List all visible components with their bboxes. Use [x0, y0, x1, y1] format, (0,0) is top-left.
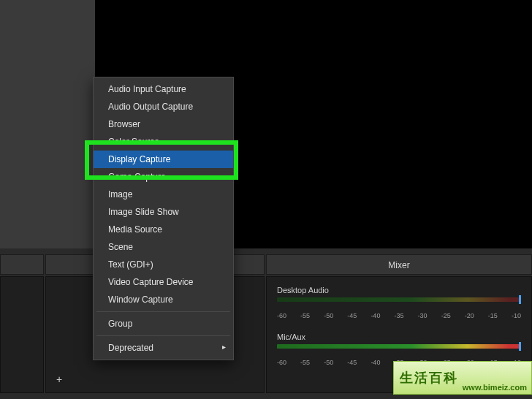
tick: -50 — [324, 312, 333, 319]
menu-item-video-capture-device[interactable]: Video Capture Device — [94, 273, 233, 291]
obs-app-frame: Mixer + Desktop Audio -60 -55 -50 -45 -4… — [0, 0, 532, 399]
watermark-url: www.bimeiz.com — [463, 383, 527, 392]
tick: -60 — [277, 312, 286, 319]
menu-item-image-slide-show[interactable]: Image Slide Show — [94, 203, 233, 221]
mixer-channel: Desktop Audio -60 -55 -50 -45 -40 -35 -3… — [277, 286, 521, 319]
tick: -60 — [277, 359, 286, 366]
tick: -20 — [465, 312, 474, 319]
menu-separator — [96, 335, 230, 336]
menu-item-color-source[interactable]: Color Source — [94, 133, 233, 151]
menu-item-browser[interactable]: Browser — [94, 115, 233, 133]
panel-tab-mixer[interactable]: Mixer — [266, 254, 532, 275]
tick: -35 — [394, 312, 403, 319]
panel-headers: Mixer — [0, 254, 532, 275]
tick: -30 — [418, 312, 428, 319]
menu-separator — [96, 311, 230, 312]
tick: -45 — [347, 312, 357, 319]
tick: -15 — [488, 312, 498, 319]
menu-item-media-source[interactable]: Media Source — [94, 221, 233, 238]
mixer-meter — [277, 297, 521, 302]
add-source-button[interactable]: + — [52, 372, 66, 387]
mixer-meter — [277, 344, 521, 349]
menu-item-window-capture[interactable]: Window Capture — [94, 291, 233, 308]
watermark-text: 生活百科 — [400, 369, 458, 387]
tick: -10 — [512, 312, 521, 319]
menu-item-group[interactable]: Group — [94, 315, 233, 332]
left-gutter — [0, 0, 95, 248]
mixer-track[interactable] — [277, 344, 521, 357]
mixer-fader-handle[interactable] — [519, 295, 521, 304]
tick: -50 — [324, 359, 333, 366]
menu-item-image[interactable]: Image — [94, 186, 233, 203]
tick: -40 — [370, 359, 380, 366]
mixer-channel-label: Desktop Audio — [277, 286, 521, 294]
menu-item-audio-input-capture[interactable]: Audio Input Capture — [94, 80, 233, 98]
mixer-channel-label: Mic/Aux — [277, 332, 521, 341]
mixer-ticks: -60 -55 -50 -45 -40 -35 -30 -25 -20 -15 … — [277, 312, 521, 319]
mixer-track[interactable] — [277, 297, 521, 311]
tick: -40 — [370, 312, 380, 319]
mixer-fader-handle[interactable] — [519, 342, 521, 351]
tick: -25 — [441, 312, 451, 319]
tick: -55 — [300, 312, 310, 319]
panel-tab-scenes[interactable] — [0, 254, 44, 275]
menu-item-display-capture[interactable]: Display Capture — [94, 151, 233, 168]
tick: -45 — [347, 359, 357, 366]
menu-item-deprecated[interactable]: Deprecated — [94, 339, 233, 357]
tick: -55 — [300, 359, 310, 366]
menu-item-audio-output-capture[interactable]: Audio Output Capture — [94, 98, 233, 115]
preview-row — [0, 0, 532, 248]
add-source-context-menu[interactable]: Audio Input Capture Audio Output Capture… — [93, 77, 234, 360]
scenes-panel[interactable] — [0, 276, 44, 393]
menu-item-game-capture[interactable]: Game Capture — [94, 168, 233, 186]
menu-item-scene[interactable]: Scene — [94, 238, 233, 256]
watermark-badge: 生活百科 www.bimeiz.com — [393, 361, 532, 395]
menu-item-text-gdi[interactable]: Text (GDI+) — [94, 256, 233, 273]
